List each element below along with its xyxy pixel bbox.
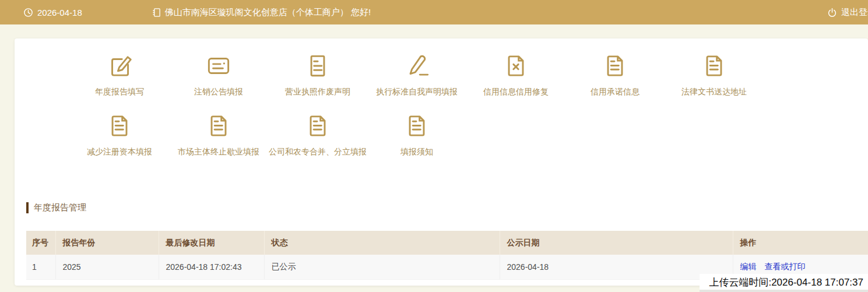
logout-button[interactable]: 退出登录: [827, 0, 868, 24]
document-fold-icon: [204, 111, 233, 140]
shortcut-item[interactable]: 公司和农专合并、分立填报: [268, 111, 367, 157]
document-fold-icon: [303, 111, 332, 140]
table-header-cell: 公示日期: [500, 231, 733, 255]
document-fold-icon: [105, 111, 134, 140]
table-header-cell: 序号: [26, 231, 55, 255]
topbar-date-group: 2026-04-18: [23, 8, 82, 17]
topbar-user-group: 佛山市南海区璇玑阁文化创意店（个体工商户） 您好!: [152, 7, 371, 18]
shortcut-row-2: 减少注册资本填报 市场主体终止歇业填报 公司和农专合并、分立填报 填报须知: [15, 111, 868, 157]
table-header-cell: 最后修改日期: [159, 231, 264, 255]
business-license-icon: [152, 8, 161, 17]
shortcut-label: 执行标准自我声明填报: [376, 86, 458, 97]
upload-time-status: 上传云端时间:2026-04-18 17:07:37: [700, 274, 868, 292]
main-panel: 年度报告填写 注销公告填报 营业执照作废声明 执行标准自我声明填报 信用信息信用…: [15, 38, 868, 286]
shortcut-item[interactable]: 执行标准自我声明填报: [367, 51, 466, 97]
document-fold-icon: [700, 51, 729, 80]
shortcut-item[interactable]: 注销公告填报: [169, 51, 268, 97]
document-x-icon: [501, 51, 530, 80]
shortcut-label: 减少注册资本填报: [87, 146, 152, 157]
shortcut-label: 填报须知: [400, 146, 433, 157]
announcement-card-icon: [204, 51, 233, 80]
section-title: 年度报告管理: [34, 202, 86, 213]
cell-seq: 1: [26, 255, 55, 280]
table-header-cell: 报告年份: [55, 231, 159, 255]
shortcut-label: 法律文书送达地址: [681, 86, 747, 97]
shortcut-label: 注销公告填报: [194, 86, 243, 97]
table-header-row: 序号报告年份最后修改日期状态公示日期操作: [26, 231, 868, 255]
annual-report-table: 序号报告年份最后修改日期状态公示日期操作 1 2025 2026-04-18 1…: [26, 231, 868, 280]
logout-label: 退出登录: [841, 7, 868, 18]
shortcut-row-1: 年度报告填写 注销公告填报 营业执照作废声明 执行标准自我声明填报 信用信息信用…: [15, 38, 868, 97]
shortcut-item[interactable]: 法律文书送达地址: [665, 51, 764, 97]
shortcut-item[interactable]: 信用承诺信息: [565, 51, 665, 97]
table-header-cell: 状态: [264, 231, 500, 255]
shortcut-label: 年度报告填写: [95, 86, 144, 97]
shortcut-label: 公司和农专合并、分立填报: [269, 146, 367, 157]
power-icon: [827, 8, 837, 17]
section-accent-bar: [26, 202, 29, 213]
cell-publish-date: 2026-04-18: [500, 255, 733, 280]
shortcut-item[interactable]: 营业执照作废声明: [268, 51, 367, 97]
shortcut-label: 信用承诺信息: [591, 86, 639, 97]
table-header-cell: 操作: [733, 231, 868, 255]
shortcut-item[interactable]: 年度报告填写: [70, 51, 169, 97]
document-lines-icon: [303, 51, 332, 80]
edit-square-icon: [105, 51, 134, 80]
section-header: 年度报告管理: [26, 202, 868, 213]
cell-report-year: 2025: [55, 255, 159, 280]
shortcut-item[interactable]: 减少注册资本填报: [70, 111, 169, 157]
cell-last-modified: 2026-04-18 17:02:43: [159, 255, 264, 280]
view-or-print-link[interactable]: 查看或打印: [764, 262, 805, 271]
document-fold-icon: [402, 111, 431, 140]
shortcut-item[interactable]: 填报须知: [367, 111, 466, 157]
pencil-underline-icon: [402, 51, 431, 80]
cell-status: 已公示: [264, 255, 500, 280]
topbar-user-greeting: 佛山市南海区璇玑阁文化创意店（个体工商户） 您好!: [165, 7, 371, 18]
shortcut-label: 市场主体终止歇业填报: [178, 146, 259, 157]
shortcut-label: 营业执照作废声明: [285, 86, 350, 97]
shortcut-item[interactable]: 信用信息信用修复: [466, 51, 565, 97]
shortcut-label: 信用信息信用修复: [483, 86, 549, 97]
shortcut-item[interactable]: 市场主体终止歇业填报: [169, 111, 268, 157]
topbar-date: 2026-04-18: [37, 8, 82, 17]
edit-link[interactable]: 编辑: [740, 262, 757, 271]
clock-icon: [23, 8, 33, 17]
document-fold-icon: [600, 51, 630, 80]
topbar: 2026-04-18 佛山市南海区璇玑阁文化创意店（个体工商户） 您好! 退出登…: [0, 0, 868, 24]
